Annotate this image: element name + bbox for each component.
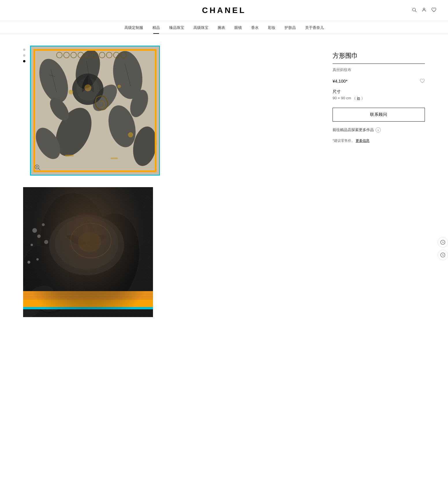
store-link-text: 前往精品店探索更多作品	[333, 127, 374, 133]
product-main-image	[30, 46, 160, 176]
nav-item-high-jewelry[interactable]: 高级珠宝	[193, 25, 208, 34]
svg-point-59	[42, 223, 45, 226]
svg-point-16	[84, 84, 91, 91]
nav-item-eyewear[interactable]: 眼镜	[234, 25, 242, 34]
size-dimensions: 90 × 90 cm	[333, 96, 351, 100]
svg-point-51	[37, 290, 67, 315]
scarf-pattern	[31, 46, 159, 175]
svg-point-52	[23, 295, 45, 317]
price-note: *建议零售价。 更多信息	[333, 138, 425, 143]
product-title: 方形围巾	[333, 51, 425, 64]
svg-rect-49	[23, 187, 153, 317]
product-price: ¥4,100*	[333, 79, 348, 83]
svg-line-1	[415, 11, 416, 12]
header: CHANEL	[0, 0, 448, 21]
main-nav: 高级定制服 精品 臻品珠宝 高级珠宝 腕表 眼镜 香水 彩妆 护肤品 关于香奈儿	[0, 21, 448, 34]
product-detail-image	[23, 187, 153, 317]
side-widget	[438, 237, 448, 260]
svg-point-46	[55, 217, 118, 269]
svg-point-2	[423, 8, 425, 10]
size-unit-separator: （	[352, 96, 356, 100]
svg-line-38	[38, 168, 40, 170]
wishlist-product-icon[interactable]	[420, 78, 425, 85]
nav-item-boutique[interactable]: 精品	[152, 25, 160, 34]
svg-point-64	[36, 258, 39, 260]
svg-point-50	[23, 281, 58, 313]
svg-point-45	[49, 215, 124, 275]
header-icons	[412, 7, 436, 14]
second-image-section	[0, 187, 448, 334]
side-widget-btn-1[interactable]	[438, 237, 448, 247]
svg-point-47	[71, 223, 111, 258]
nav-item-about[interactable]: 关于香奈儿	[305, 25, 324, 34]
svg-point-19	[128, 132, 133, 137]
price-row: ¥4,100*	[333, 78, 425, 85]
product-subtitle: 真丝斜纹布	[333, 67, 425, 72]
svg-point-62	[44, 240, 48, 244]
svg-point-43	[73, 209, 146, 310]
size-unit-link[interactable]: in	[357, 96, 360, 100]
store-link[interactable]: 前往精品店探索更多作品 ›	[333, 127, 425, 133]
svg-point-18	[117, 85, 121, 88]
nav-item-fine-jewelry[interactable]: 臻品珠宝	[169, 25, 184, 34]
size-label: 尺寸	[333, 89, 425, 94]
svg-point-17	[68, 90, 73, 94]
price-note-text: *建议零售价。	[333, 139, 355, 143]
svg-point-0	[412, 8, 416, 11]
zoom-icon[interactable]	[34, 164, 42, 172]
nav-item-watches[interactable]: 腕表	[218, 25, 225, 34]
thumbnail-1[interactable]	[23, 49, 25, 51]
search-icon[interactable]	[412, 7, 417, 14]
store-link-arrow-icon: ›	[376, 127, 381, 133]
svg-rect-41	[23, 187, 153, 317]
svg-rect-54	[23, 300, 153, 307]
main-image-container	[30, 46, 315, 176]
svg-rect-53	[23, 291, 153, 307]
nav-item-fragrance[interactable]: 香水	[251, 25, 259, 34]
svg-rect-55	[23, 307, 153, 309]
nav-item-skincare[interactable]: 护肤品	[285, 25, 296, 34]
svg-point-61	[31, 244, 33, 246]
svg-point-60	[37, 234, 41, 238]
more-info-link[interactable]: 更多信息	[356, 139, 369, 143]
thumbnail-2[interactable]	[23, 54, 25, 57]
wishlist-header-icon[interactable]	[431, 7, 436, 14]
svg-point-42	[36, 190, 114, 300]
nav-item-makeup[interactable]: 彩妆	[268, 25, 275, 34]
nav-item-haute-couture[interactable]: 高级定制服	[124, 25, 143, 34]
svg-point-63	[27, 261, 30, 264]
size-unit-close: ）	[361, 96, 365, 100]
side-widget-btn-2[interactable]	[438, 250, 448, 260]
image-thumbnails	[23, 46, 25, 176]
thumbnail-3[interactable]	[23, 60, 25, 62]
product-details: 方形围巾 真丝斜纹布 ¥4,100* 尺寸 90 × 90 cm （ in ） …	[333, 46, 425, 176]
svg-point-58	[32, 228, 37, 233]
svg-point-48	[78, 232, 101, 252]
size-value: 90 × 90 cm （ in ）	[333, 96, 425, 101]
contact-button[interactable]: 联系顾问	[333, 108, 425, 122]
svg-point-44	[23, 240, 77, 317]
product-section: 方形围巾 真丝斜纹布 ¥4,100* 尺寸 90 × 90 cm （ in ） …	[0, 34, 448, 187]
product-images	[23, 46, 315, 176]
brand-logo: CHANEL	[202, 6, 246, 15]
account-icon[interactable]	[421, 7, 427, 14]
svg-rect-20	[65, 155, 74, 157]
svg-rect-21	[111, 158, 118, 159]
